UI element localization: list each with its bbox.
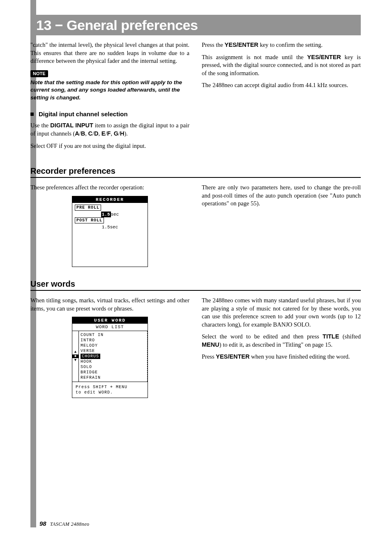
post-roll-label: POST ROLL [75,217,104,223]
right-p2: This assignment is not made until the YE… [202,53,361,78]
yes-enter-key: YES/ENTER [216,353,249,360]
right-p1: Press the YES/ENTER key to confirm the s… [202,41,361,49]
userwords-left: When titling songs, marks, virtual track… [30,297,189,398]
ch-g: G [114,130,118,137]
text: Use the [30,122,50,129]
lcd-title: RECORDER [72,196,148,203]
menu-key: MENU [202,341,219,348]
arrow-marker-icon: ◆ [72,354,78,358]
chapter-title: 13 − General preferences [36,17,198,33]
arrow-down-icon: ▼ [74,359,76,362]
userwords-p1: The 2488neo comes with many standard use… [202,297,361,329]
arrow-up-icon: ▲ [74,350,76,354]
text: , [111,130,113,137]
text: This assignment is not made until the [202,54,307,60]
text: (shifted [339,333,361,340]
word-item: REFRAIN [81,375,145,380]
recorder-intro: These preferences affect the recorder op… [30,184,189,192]
lcd-hint: Press SHIFT + MENU to edit WORD. [72,382,148,398]
recorder-heading: Recorder preferences [30,166,361,178]
word-item: SOLO [81,364,145,370]
userwords-columns: When titling songs, marks, virtual track… [30,297,361,398]
word-item: INTRO [81,338,145,343]
ch-d: D [94,130,98,137]
model-name: TASCAM 2488neo [50,521,90,527]
text: Select the word to be edited and then pr… [202,333,323,340]
text: Press the [202,41,225,48]
recorder-columns: These preferences affect the recorder op… [30,184,361,267]
pre-roll-label: PRE ROLL [75,205,101,211]
userwords-p3: Press YES/ENTER when you have finished e… [202,353,361,361]
digital-paragraph-2: Select OFF if you are not using the digi… [30,142,189,150]
title-key: TITLE [323,333,339,340]
userwords-p2: Select the word to be edited and then pr… [202,333,361,349]
ch-h: H [120,130,124,137]
digital-input-title: Digital input channel selection [39,110,128,118]
digital-input-term: DIGITAL INPUT [50,122,93,129]
userwords-heading: User words [30,279,361,291]
left-column: "catch" the internal level), the physica… [30,41,189,154]
recorder-right-p: There are only two parameters here, used… [202,184,361,208]
hint-line-1: Press SHIFT + MENU [76,384,144,390]
userwords-right: The 2488neo comes with many standard use… [202,297,361,398]
text: , [99,130,101,137]
page-footer: 98 TASCAM 2488neo [39,520,89,527]
right-p3: The 2488neo can accept digital audio fro… [202,81,361,90]
pre-roll-value: 1.5 [101,212,111,217]
word-item: CHORUS [81,354,145,359]
word-item: VERSE [81,348,145,354]
right-column: Press the YES/ENTER key to confirm the s… [202,41,361,154]
word-item: MELODY [81,343,145,348]
userword-lcd-body: WORD LIST ▲ ◆ ▼ COUNT ININTROMELODYVERSE… [72,324,148,397]
post-roll-value: 1.5sec [102,225,118,230]
recorder-left: These preferences affect the recorder op… [30,184,189,267]
note-body: Note that the setting made for this opti… [30,79,189,102]
wordlist-area: ▲ ◆ ▼ COUNT ININTROMELODYVERSECHORUSHOOK… [72,331,148,382]
text: key to confirm the setting. [258,41,323,48]
page: 13 − General preferences "catch" the int… [0,0,392,550]
lcd-body: PRE ROLL 1.5sec POST ROLL 1.5sec [72,203,148,267]
page-number: 98 [39,520,46,527]
word-list: COUNT ININTROMELODYVERSECHORUSHOOKSOLOBR… [79,331,148,382]
word-item: BRIDGE [81,370,145,375]
recorder-lcd: RECORDER PRE ROLL 1.5sec POST ROLL 1.5se… [72,196,148,267]
pre-roll-unit: sec [111,212,119,217]
userwords-lcd: USER WORD WORD LIST ▲ ◆ ▼ COUNT ININTROM… [72,317,148,398]
pre-roll-value-line: 1.5sec [75,212,145,217]
text: , [85,130,88,137]
content-area: "catch" the internal level), the physica… [30,41,361,398]
intro-columns: "catch" the internal level), the physica… [30,41,361,154]
ch-a: A [75,130,79,137]
ch-c: C [88,130,92,137]
yes-enter-key: YES/ENTER [225,41,258,48]
wordlist-subtitle: WORD LIST [72,324,148,331]
word-item: COUNT IN [81,332,145,338]
bullet-square-icon [30,113,34,116]
text: when you have finished editing the word. [249,353,350,360]
hint-line-2: to edit WORD. [76,390,144,395]
yes-enter-key: YES/ENTER [307,54,341,60]
scroll-arrows: ▲ ◆ ▼ [72,331,79,382]
text: Press [202,353,216,360]
word-item: HOOK [81,359,145,364]
text: ) to edit it, as described in "Titling" … [219,341,333,348]
ch-e: E [101,130,106,137]
intro-paragraph: "catch" the internal level), the physica… [30,41,189,65]
ch-b: B [81,130,85,137]
userwords-intro: When titling songs, marks, virtual track… [30,297,189,313]
post-roll-value-line: 1.5sec [75,224,145,230]
chapter-header: 13 − General preferences [30,15,361,35]
userword-lcd-title: USER WORD [72,317,148,324]
recorder-right: There are only two parameters here, used… [202,184,361,267]
digital-paragraph-1: Use the DIGITAL INPUT item to assign the… [30,122,189,138]
note-label: NOTE [30,70,48,77]
digital-input-subhead: Digital input channel selection [30,110,189,118]
text: ). [124,130,127,137]
